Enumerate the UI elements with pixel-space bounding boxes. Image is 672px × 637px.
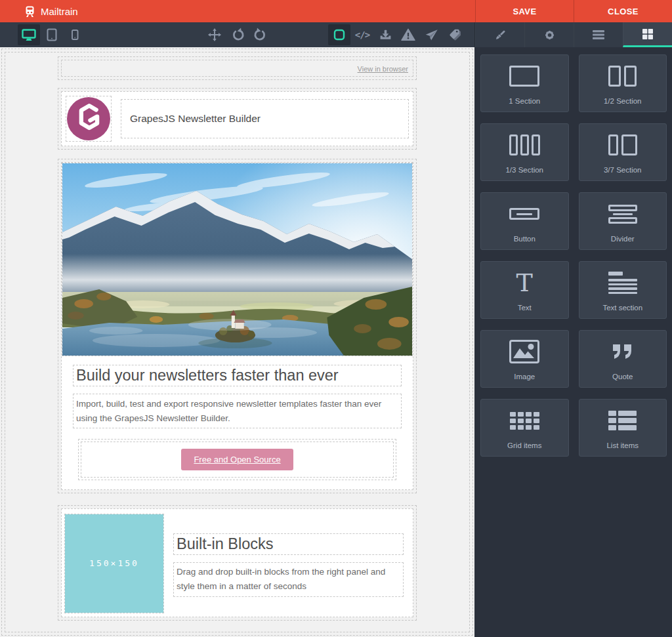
block-label: 1/2 Section <box>604 97 642 112</box>
layers-list-icon <box>592 29 605 41</box>
feature1-text-cell: Built-in Blocks Drag and drop built-in b… <box>164 509 413 617</box>
block-icon-button <box>509 193 539 235</box>
undo-icon <box>230 28 245 42</box>
send-test-button[interactable] <box>420 24 442 45</box>
import-button[interactable] <box>374 24 396 45</box>
block-label: 1/3 Section <box>505 166 543 180</box>
hero-heading: Build your newsletters faster than ever <box>76 367 398 384</box>
blocks-panel: 1 Section 1/2 Section 1/3 Section 3/7 Se… <box>474 47 672 637</box>
action-group: </> <box>328 24 465 45</box>
editor-toolbar: </> <box>0 22 672 47</box>
block-1-section[interactable]: 1 Section <box>480 54 569 112</box>
block-label: Grid items <box>507 442 541 456</box>
undo-button[interactable] <box>226 24 249 45</box>
top-bar: Mailtrain SAVE CLOSE <box>0 0 672 22</box>
warning-triangle-icon <box>401 28 415 42</box>
image-placeholder[interactable]: 150×150 <box>65 514 163 613</box>
feature1-heading-box[interactable]: Built-in Blocks <box>173 533 404 555</box>
component-outline-icon <box>333 28 346 41</box>
blocks-grid: 1 Section 1/2 Section 1/3 Section 3/7 Se… <box>480 54 667 457</box>
block-icon-list-items <box>608 400 637 442</box>
blocks-tab[interactable] <box>623 22 672 47</box>
hero-section[interactable]: Build your newsletters faster than ever … <box>58 159 417 493</box>
header-card: GrapesJS Newsletter Builder <box>61 91 413 146</box>
view-in-browser-cell: View in browser <box>61 60 413 77</box>
block-list-items[interactable]: List items <box>579 399 667 457</box>
block-label: Quote <box>612 373 633 387</box>
close-button[interactable]: CLOSE <box>574 0 672 22</box>
hero-image[interactable] <box>62 163 413 356</box>
desktop-icon <box>21 28 37 42</box>
block-label: Image <box>514 373 535 387</box>
block-icon-3-7-section <box>608 124 637 166</box>
device-tablet-button[interactable] <box>41 24 63 45</box>
view-in-browser-row[interactable]: View in browser <box>58 56 417 80</box>
feature-card-1: 150×150 Built-in Blocks Drag and drop bu… <box>61 508 413 617</box>
block-label: List items <box>606 442 639 456</box>
tags-button[interactable] <box>443 24 465 45</box>
import-download-icon <box>379 28 392 42</box>
mobile-icon <box>68 28 82 42</box>
block-grid-items[interactable]: Grid items <box>480 399 569 457</box>
paper-plane-icon <box>425 28 438 42</box>
block-text[interactable]: T Text <box>480 261 569 319</box>
right-panel-tabs <box>474 22 672 47</box>
header-title[interactable]: GrapesJS Newsletter Builder <box>121 99 409 138</box>
hero-cta-button[interactable]: Free and Open Source <box>181 449 293 470</box>
block-icon-third-section <box>509 124 540 166</box>
block-quote[interactable]: Quote <box>579 330 667 388</box>
warnings-button[interactable] <box>397 24 419 45</box>
newsletter-wrapper-outline: View in browser <box>1 49 473 636</box>
block-divider[interactable]: Divider <box>579 192 667 250</box>
view-in-browser-link[interactable]: View in browser <box>358 65 408 73</box>
block-icon-quote <box>612 331 634 373</box>
save-button[interactable]: SAVE <box>475 0 574 22</box>
tablet-icon <box>45 28 59 42</box>
block-label: 1 Section <box>509 97 540 112</box>
canvas-toolbar: </> <box>0 22 474 47</box>
paint-brush-icon <box>494 28 507 42</box>
newsletter-body-outline: View in browser <box>5 52 470 632</box>
block-icon-text-section <box>608 262 637 304</box>
hero-button-row[interactable]: Free and Open Source <box>78 439 396 480</box>
block-label: Button <box>514 235 536 249</box>
train-icon <box>24 5 36 18</box>
code-icon: </> <box>355 30 369 40</box>
editor-canvas[interactable]: View in browser <box>0 47 474 637</box>
feature-section-1[interactable]: 150×150 Built-in Blocks Drag and drop bu… <box>58 505 417 621</box>
block-text-section[interactable]: Text section <box>579 261 667 319</box>
header-section[interactable]: GrapesJS Newsletter Builder <box>58 88 417 150</box>
layer-manager-tab[interactable] <box>574 22 623 47</box>
arrows-move-button[interactable] <box>203 24 226 45</box>
logo-cell[interactable] <box>66 96 112 142</box>
block-label: Divider <box>611 235 635 249</box>
tags-icon <box>447 28 461 42</box>
gear-icon <box>543 28 556 42</box>
block-third-section[interactable]: 1/3 Section <box>480 123 569 181</box>
block-icon-image <box>509 331 539 373</box>
block-3-7-section[interactable]: 3/7 Section <box>579 123 667 181</box>
settings-tab[interactable] <box>524 22 574 47</box>
block-icon-1-section <box>509 55 539 97</box>
device-desktop-button[interactable] <box>18 24 40 45</box>
feature1-image-cell[interactable]: 150×150 <box>64 514 164 613</box>
hero-paragraph[interactable]: Import, build, test and export responsiv… <box>73 394 402 428</box>
block-icon-text: T <box>516 262 533 304</box>
block-image[interactable]: Image <box>480 330 569 388</box>
brand-name: Mailtrain <box>41 6 78 17</box>
feature1-paragraph[interactable]: Drag and drop built-in blocks from the r… <box>173 562 404 597</box>
export-code-button[interactable]: </> <box>351 24 373 45</box>
toggle-borders-button[interactable] <box>328 24 350 45</box>
block-icon-grid-items <box>510 400 539 442</box>
hero-heading-box[interactable]: Build your newsletters faster than ever <box>73 365 402 386</box>
block-half-section[interactable]: 1/2 Section <box>579 54 667 112</box>
hero-card: Build your newsletters faster than ever … <box>61 162 413 490</box>
device-mobile-button[interactable] <box>64 24 86 45</box>
feature1-heading: Built-in Blocks <box>177 535 400 553</box>
style-manager-tab[interactable] <box>475 22 524 47</box>
redo-button[interactable] <box>249 24 272 45</box>
arrows-move-icon <box>207 28 222 42</box>
block-button[interactable]: Button <box>480 192 569 250</box>
block-icon-half-section <box>608 55 637 97</box>
block-label: Text section <box>602 304 642 318</box>
